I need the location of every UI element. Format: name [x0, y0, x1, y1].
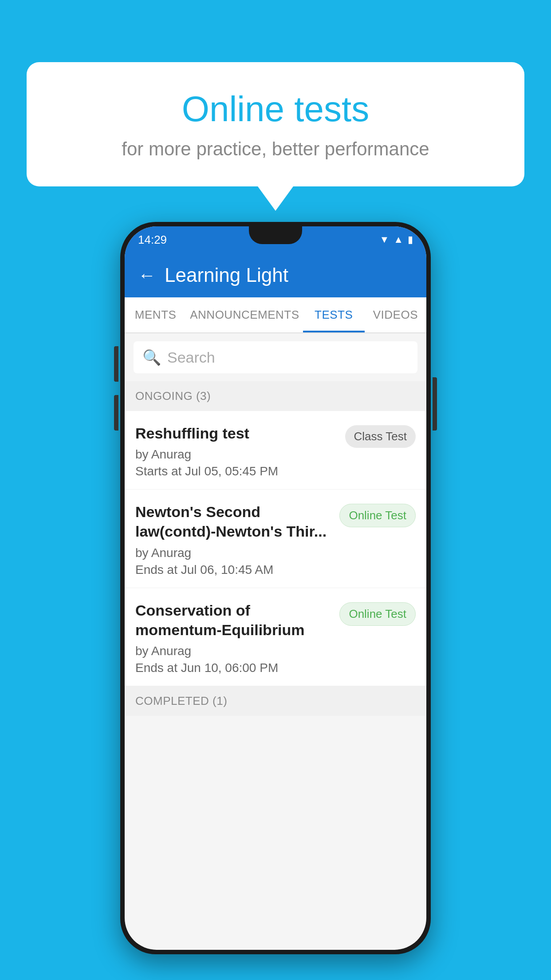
search-container: 🔍 Search — [125, 333, 426, 381]
status-icons: ▼ ▲ ▮ — [379, 234, 413, 245]
tab-ments[interactable]: MENTS — [125, 297, 186, 332]
test-name-conservation: Conservation of momentum-Equilibrium — [135, 601, 331, 640]
speech-bubble-tail — [258, 186, 293, 211]
search-icon: 🔍 — [142, 348, 161, 366]
test-date-newton: Ends at Jul 06, 10:45 AM — [135, 563, 331, 577]
completed-label: COMPLETED (1) — [135, 694, 227, 707]
status-time: 14:29 — [138, 233, 167, 247]
test-author-conservation: by Anurag — [135, 644, 331, 658]
speech-bubble-container: Online tests for more practice, better p… — [27, 62, 524, 211]
tab-announcements[interactable]: ANNOUNCEMENTS — [186, 297, 303, 332]
tabs-container: MENTS ANNOUNCEMENTS TESTS VIDEOS — [125, 297, 426, 333]
test-date-conservation: Ends at Jun 10, 06:00 PM — [135, 661, 331, 675]
search-input[interactable]: Search — [167, 349, 215, 366]
ongoing-label: ONGOING (3) — [135, 389, 211, 403]
test-name-reshuffling: Reshuffling test — [135, 423, 336, 443]
test-badge-reshuffling: Class Test — [345, 425, 416, 448]
speech-bubble-title: Online tests — [62, 89, 489, 130]
test-name-newton: Newton's Second law(contd)-Newton's Thir… — [135, 502, 331, 541]
tab-tests[interactable]: TESTS — [303, 297, 365, 332]
test-badge-newton: Online Test — [339, 504, 416, 527]
test-author-newton: by Anurag — [135, 546, 331, 560]
notch — [249, 226, 302, 244]
test-item-reshuffling[interactable]: Reshuffling test by Anurag Starts at Jul… — [125, 411, 426, 490]
app-title: Learning Light — [165, 264, 288, 286]
speech-bubble: Online tests for more practice, better p… — [27, 62, 524, 186]
wifi-icon: ▼ — [379, 234, 389, 245]
battery-icon: ▮ — [408, 234, 413, 245]
status-bar: 14:29 ▼ ▲ ▮ — [125, 226, 426, 253]
search-bar[interactable]: 🔍 Search — [134, 341, 417, 373]
phone-screen: 14:29 ▼ ▲ ▮ ← Learning Light MENTS ANNOU… — [125, 226, 426, 950]
volume-down-button[interactable] — [114, 346, 118, 382]
test-info-conservation: Conservation of momentum-Equilibrium by … — [135, 601, 339, 675]
test-author-reshuffling: by Anurag — [135, 447, 336, 462]
volume-up-button[interactable] — [114, 395, 118, 431]
power-button[interactable] — [433, 377, 437, 431]
test-item-newton[interactable]: Newton's Second law(contd)-Newton's Thir… — [125, 490, 426, 588]
signal-icon: ▲ — [394, 234, 403, 245]
test-item-conservation[interactable]: Conservation of momentum-Equilibrium by … — [125, 588, 426, 686]
test-info-newton: Newton's Second law(contd)-Newton's Thir… — [135, 502, 339, 577]
tab-videos[interactable]: VIDEOS — [365, 297, 426, 332]
test-date-reshuffling: Starts at Jul 05, 05:45 PM — [135, 464, 336, 478]
ongoing-section-header: ONGOING (3) — [125, 381, 426, 411]
completed-section-header: COMPLETED (1) — [125, 686, 426, 716]
app-bar: ← Learning Light — [125, 253, 426, 297]
test-info-reshuffling: Reshuffling test by Anurag Starts at Jul… — [135, 423, 345, 478]
back-button[interactable]: ← — [138, 265, 156, 285]
phone-frame: 14:29 ▼ ▲ ▮ ← Learning Light MENTS ANNOU… — [120, 222, 431, 954]
test-badge-conservation: Online Test — [339, 602, 416, 626]
speech-bubble-subtitle: for more practice, better performance — [62, 138, 489, 160]
